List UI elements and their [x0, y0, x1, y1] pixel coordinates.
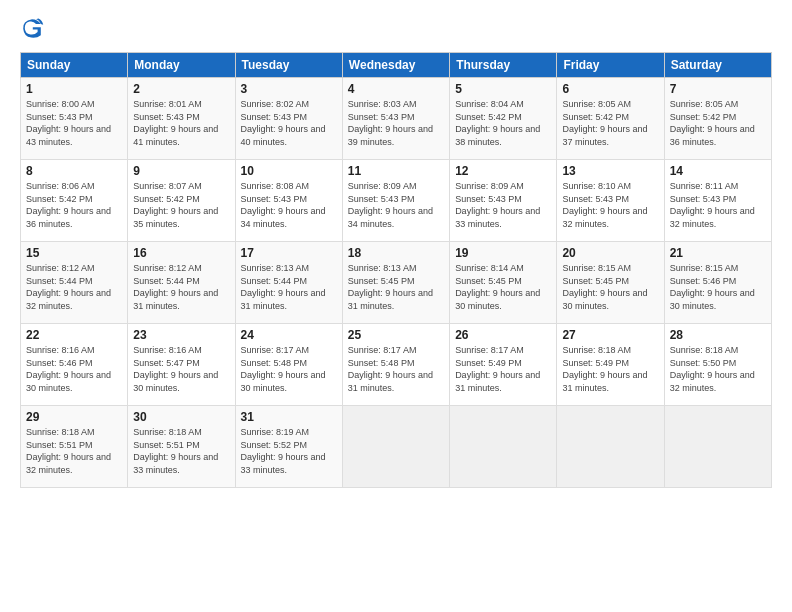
day-details: Sunrise: 8:01 AM Sunset: 5:43 PM Dayligh… — [133, 98, 229, 148]
day-number: 24 — [241, 328, 337, 342]
day-number: 28 — [670, 328, 766, 342]
calendar-day-23: 23 Sunrise: 8:16 AM Sunset: 5:47 PM Dayl… — [128, 324, 235, 406]
calendar-empty-cell — [664, 406, 771, 488]
day-details: Sunrise: 8:10 AM Sunset: 5:43 PM Dayligh… — [562, 180, 658, 230]
day-details: Sunrise: 8:12 AM Sunset: 5:44 PM Dayligh… — [133, 262, 229, 312]
day-number: 8 — [26, 164, 122, 178]
day-details: Sunrise: 8:16 AM Sunset: 5:46 PM Dayligh… — [26, 344, 122, 394]
day-details: Sunrise: 8:17 AM Sunset: 5:48 PM Dayligh… — [241, 344, 337, 394]
calendar-day-2: 2 Sunrise: 8:01 AM Sunset: 5:43 PM Dayli… — [128, 78, 235, 160]
day-number: 31 — [241, 410, 337, 424]
day-number: 3 — [241, 82, 337, 96]
calendar-day-4: 4 Sunrise: 8:03 AM Sunset: 5:43 PM Dayli… — [342, 78, 449, 160]
day-number: 9 — [133, 164, 229, 178]
calendar-day-1: 1 Sunrise: 8:00 AM Sunset: 5:43 PM Dayli… — [21, 78, 128, 160]
calendar-day-11: 11 Sunrise: 8:09 AM Sunset: 5:43 PM Dayl… — [342, 160, 449, 242]
weekday-header-wednesday: Wednesday — [342, 53, 449, 78]
weekday-header-monday: Monday — [128, 53, 235, 78]
day-number: 13 — [562, 164, 658, 178]
day-number: 25 — [348, 328, 444, 342]
day-number: 26 — [455, 328, 551, 342]
day-number: 11 — [348, 164, 444, 178]
day-number: 22 — [26, 328, 122, 342]
day-number: 14 — [670, 164, 766, 178]
day-details: Sunrise: 8:15 AM Sunset: 5:45 PM Dayligh… — [562, 262, 658, 312]
calendar-empty-cell — [557, 406, 664, 488]
day-details: Sunrise: 8:03 AM Sunset: 5:43 PM Dayligh… — [348, 98, 444, 148]
day-number: 27 — [562, 328, 658, 342]
day-details: Sunrise: 8:06 AM Sunset: 5:42 PM Dayligh… — [26, 180, 122, 230]
calendar-day-16: 16 Sunrise: 8:12 AM Sunset: 5:44 PM Dayl… — [128, 242, 235, 324]
day-number: 20 — [562, 246, 658, 260]
calendar-day-25: 25 Sunrise: 8:17 AM Sunset: 5:48 PM Dayl… — [342, 324, 449, 406]
calendar-day-9: 9 Sunrise: 8:07 AM Sunset: 5:42 PM Dayli… — [128, 160, 235, 242]
day-number: 17 — [241, 246, 337, 260]
day-details: Sunrise: 8:13 AM Sunset: 5:45 PM Dayligh… — [348, 262, 444, 312]
calendar-day-13: 13 Sunrise: 8:10 AM Sunset: 5:43 PM Dayl… — [557, 160, 664, 242]
day-number: 1 — [26, 82, 122, 96]
day-number: 19 — [455, 246, 551, 260]
day-number: 16 — [133, 246, 229, 260]
calendar-day-5: 5 Sunrise: 8:04 AM Sunset: 5:42 PM Dayli… — [450, 78, 557, 160]
calendar-day-26: 26 Sunrise: 8:17 AM Sunset: 5:49 PM Dayl… — [450, 324, 557, 406]
calendar-day-15: 15 Sunrise: 8:12 AM Sunset: 5:44 PM Dayl… — [21, 242, 128, 324]
weekday-header-tuesday: Tuesday — [235, 53, 342, 78]
day-details: Sunrise: 8:14 AM Sunset: 5:45 PM Dayligh… — [455, 262, 551, 312]
day-details: Sunrise: 8:12 AM Sunset: 5:44 PM Dayligh… — [26, 262, 122, 312]
calendar-day-18: 18 Sunrise: 8:13 AM Sunset: 5:45 PM Dayl… — [342, 242, 449, 324]
calendar-day-19: 19 Sunrise: 8:14 AM Sunset: 5:45 PM Dayl… — [450, 242, 557, 324]
calendar-day-7: 7 Sunrise: 8:05 AM Sunset: 5:42 PM Dayli… — [664, 78, 771, 160]
day-number: 6 — [562, 82, 658, 96]
calendar-week-3: 15 Sunrise: 8:12 AM Sunset: 5:44 PM Dayl… — [21, 242, 772, 324]
day-number: 15 — [26, 246, 122, 260]
day-details: Sunrise: 8:08 AM Sunset: 5:43 PM Dayligh… — [241, 180, 337, 230]
calendar-day-8: 8 Sunrise: 8:06 AM Sunset: 5:42 PM Dayli… — [21, 160, 128, 242]
day-number: 23 — [133, 328, 229, 342]
day-number: 21 — [670, 246, 766, 260]
weekday-header-thursday: Thursday — [450, 53, 557, 78]
calendar-empty-cell — [450, 406, 557, 488]
day-details: Sunrise: 8:18 AM Sunset: 5:50 PM Dayligh… — [670, 344, 766, 394]
day-details: Sunrise: 8:18 AM Sunset: 5:51 PM Dayligh… — [26, 426, 122, 476]
day-details: Sunrise: 8:09 AM Sunset: 5:43 PM Dayligh… — [455, 180, 551, 230]
day-details: Sunrise: 8:02 AM Sunset: 5:43 PM Dayligh… — [241, 98, 337, 148]
calendar-day-30: 30 Sunrise: 8:18 AM Sunset: 5:51 PM Dayl… — [128, 406, 235, 488]
calendar-day-27: 27 Sunrise: 8:18 AM Sunset: 5:49 PM Dayl… — [557, 324, 664, 406]
calendar-day-24: 24 Sunrise: 8:17 AM Sunset: 5:48 PM Dayl… — [235, 324, 342, 406]
day-details: Sunrise: 8:19 AM Sunset: 5:52 PM Dayligh… — [241, 426, 337, 476]
logo-icon — [20, 16, 44, 40]
calendar-week-1: 1 Sunrise: 8:00 AM Sunset: 5:43 PM Dayli… — [21, 78, 772, 160]
day-number: 4 — [348, 82, 444, 96]
calendar-day-6: 6 Sunrise: 8:05 AM Sunset: 5:42 PM Dayli… — [557, 78, 664, 160]
calendar-day-29: 29 Sunrise: 8:18 AM Sunset: 5:51 PM Dayl… — [21, 406, 128, 488]
day-number: 2 — [133, 82, 229, 96]
day-details: Sunrise: 8:16 AM Sunset: 5:47 PM Dayligh… — [133, 344, 229, 394]
calendar-week-4: 22 Sunrise: 8:16 AM Sunset: 5:46 PM Dayl… — [21, 324, 772, 406]
day-details: Sunrise: 8:17 AM Sunset: 5:48 PM Dayligh… — [348, 344, 444, 394]
day-number: 18 — [348, 246, 444, 260]
calendar-day-12: 12 Sunrise: 8:09 AM Sunset: 5:43 PM Dayl… — [450, 160, 557, 242]
calendar-day-10: 10 Sunrise: 8:08 AM Sunset: 5:43 PM Dayl… — [235, 160, 342, 242]
day-number: 30 — [133, 410, 229, 424]
calendar-day-20: 20 Sunrise: 8:15 AM Sunset: 5:45 PM Dayl… — [557, 242, 664, 324]
calendar-empty-cell — [342, 406, 449, 488]
day-details: Sunrise: 8:05 AM Sunset: 5:42 PM Dayligh… — [670, 98, 766, 148]
calendar-table: SundayMondayTuesdayWednesdayThursdayFrid… — [20, 52, 772, 488]
weekday-header-sunday: Sunday — [21, 53, 128, 78]
page: SundayMondayTuesdayWednesdayThursdayFrid… — [0, 0, 792, 612]
calendar-day-3: 3 Sunrise: 8:02 AM Sunset: 5:43 PM Dayli… — [235, 78, 342, 160]
day-details: Sunrise: 8:18 AM Sunset: 5:51 PM Dayligh… — [133, 426, 229, 476]
weekday-header-row: SundayMondayTuesdayWednesdayThursdayFrid… — [21, 53, 772, 78]
day-number: 29 — [26, 410, 122, 424]
day-details: Sunrise: 8:15 AM Sunset: 5:46 PM Dayligh… — [670, 262, 766, 312]
day-details: Sunrise: 8:00 AM Sunset: 5:43 PM Dayligh… — [26, 98, 122, 148]
day-details: Sunrise: 8:07 AM Sunset: 5:42 PM Dayligh… — [133, 180, 229, 230]
day-number: 7 — [670, 82, 766, 96]
calendar-week-2: 8 Sunrise: 8:06 AM Sunset: 5:42 PM Dayli… — [21, 160, 772, 242]
day-number: 12 — [455, 164, 551, 178]
day-details: Sunrise: 8:13 AM Sunset: 5:44 PM Dayligh… — [241, 262, 337, 312]
day-details: Sunrise: 8:05 AM Sunset: 5:42 PM Dayligh… — [562, 98, 658, 148]
calendar-week-5: 29 Sunrise: 8:18 AM Sunset: 5:51 PM Dayl… — [21, 406, 772, 488]
day-number: 5 — [455, 82, 551, 96]
calendar-day-31: 31 Sunrise: 8:19 AM Sunset: 5:52 PM Dayl… — [235, 406, 342, 488]
